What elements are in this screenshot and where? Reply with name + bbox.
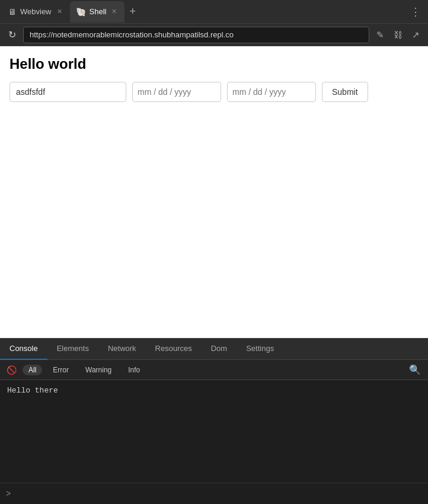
add-tab-button[interactable]: + xyxy=(124,3,140,20)
devtools-tab-bar: Console Elements Network Resources Dom S… xyxy=(0,339,428,360)
search-icon: 🔍 xyxy=(409,365,421,375)
tab-webview[interactable]: 🖥 Webview ✕ xyxy=(2,1,70,23)
tab-resources[interactable]: Resources xyxy=(146,339,202,360)
tab-shell-close[interactable]: ✕ xyxy=(110,7,119,17)
submit-button[interactable]: Submit xyxy=(322,82,368,102)
tab-dom[interactable]: Dom xyxy=(202,339,237,360)
tab-bar: 🖥 Webview ✕ 🐚 Shell ✕ + ⋮ xyxy=(0,0,428,24)
devtools-panel: Console Elements Network Resources Dom S… xyxy=(0,338,428,504)
webview-content: Hello world Submit xyxy=(0,46,428,338)
tab-shell[interactable]: 🐚 Shell ✕ xyxy=(70,1,125,23)
filter-error[interactable]: Error xyxy=(47,365,75,375)
toolbar: ↻ ✎ ⛓ ↗ xyxy=(0,24,428,46)
console-input[interactable] xyxy=(14,489,422,498)
tab-menu-button[interactable]: ⋮ xyxy=(405,3,426,21)
tab-settings[interactable]: Settings xyxy=(237,339,283,360)
webview-icon: 🖥 xyxy=(8,7,17,17)
link-button[interactable]: ⛓ xyxy=(390,27,406,43)
text-input[interactable] xyxy=(9,82,126,102)
page-title: Hello world xyxy=(9,56,419,72)
tab-elements[interactable]: Elements xyxy=(47,339,98,360)
tab-webview-label: Webview xyxy=(20,7,52,16)
tab-network[interactable]: Network xyxy=(98,339,146,360)
filter-clear-button[interactable]: 🚫 xyxy=(5,363,18,377)
toolbar-action-icons: ✎ ⛓ ↗ xyxy=(373,27,423,43)
console-line: Hello there xyxy=(7,385,421,396)
date-input-1[interactable] xyxy=(132,82,221,102)
console-filter-bar: 🚫 All Error Warning Info 🔍 xyxy=(0,360,428,380)
console-search-button[interactable]: 🔍 xyxy=(407,363,423,377)
form-row: Submit xyxy=(9,82,419,102)
tab-console[interactable]: Console xyxy=(0,339,47,360)
date-input-2[interactable] xyxy=(227,82,316,102)
reload-button[interactable]: ↻ xyxy=(5,27,20,43)
tab-webview-close[interactable]: ✕ xyxy=(55,7,64,17)
filter-warning[interactable]: Warning xyxy=(79,365,117,375)
console-output: Hello there xyxy=(0,380,428,483)
console-prompt: > xyxy=(6,489,11,499)
filter-all[interactable]: All xyxy=(23,365,42,375)
shell-icon: 🐚 xyxy=(76,7,86,17)
url-bar[interactable] xyxy=(23,27,369,43)
console-input-row: > xyxy=(0,483,428,504)
edit-button[interactable]: ✎ xyxy=(373,27,388,43)
open-external-button[interactable]: ↗ xyxy=(408,27,423,43)
filter-info[interactable]: Info xyxy=(122,365,146,375)
tab-shell-label: Shell xyxy=(90,7,107,16)
clear-icon: 🚫 xyxy=(7,365,17,375)
